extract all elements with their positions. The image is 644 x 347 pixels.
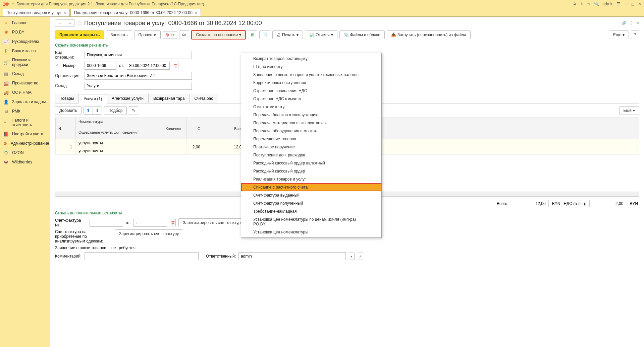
down-arrow-button[interactable]: ⬇ <box>93 107 102 114</box>
otchety-button[interactable]: 📊 Отчеты ▾ <box>305 30 337 39</box>
doc-tab[interactable]: Услуги (1) <box>78 94 107 103</box>
dropdown-item[interactable]: Передача материалов в эксплуатацию <box>241 119 381 127</box>
open-icon[interactable]: ↗ <box>357 253 363 260</box>
sidebar-item[interactable]: 📕Настройки учета <box>0 129 50 139</box>
provesti-zakryt-button[interactable]: Провести и закрыть <box>55 30 104 39</box>
sidebar-item[interactable]: 🏭Производство <box>0 78 50 88</box>
up-arrow-button[interactable]: ⬆ <box>84 107 93 114</box>
favorite-star[interactable]: ☆ <box>77 19 82 27</box>
close-icon[interactable]: ✕ <box>195 11 197 15</box>
sidebar-item[interactable]: 👤Зарплата и кадры <box>0 97 50 107</box>
maximize-icon[interactable]: ◻ <box>631 2 635 6</box>
minimize-icon[interactable]: — <box>624 2 628 6</box>
dropdown-item[interactable]: Требование-накладная <box>241 207 381 215</box>
dropdown-item[interactable]: Счет-фактура выданный <box>241 191 381 199</box>
sidebar-item[interactable]: ⚙Администрирование <box>0 139 50 148</box>
sidebar-item[interactable]: 🖥РМК <box>0 107 50 116</box>
link-icon[interactable]: 🔗 <box>622 21 627 25</box>
dropdown-item[interactable]: Отражение начисления НДС <box>241 87 381 95</box>
dropdown-item[interactable]: Передача оборудования в монтаж <box>241 127 381 135</box>
edit-icon-button[interactable]: ✎ <box>129 106 138 115</box>
tab-item[interactable]: Поступление товаров и услуг 0000-1666 от… <box>70 9 201 16</box>
podbor-button[interactable]: Подбор <box>104 106 127 115</box>
vid-operacii-input[interactable] <box>85 51 192 59</box>
kommentarij-input[interactable] <box>85 252 199 260</box>
doc-tab[interactable]: Возвратная тара <box>148 94 190 103</box>
sidebar-item[interactable]: 📈Руководителю <box>0 37 50 46</box>
provesti-button[interactable]: Провести <box>134 30 161 39</box>
history-icon[interactable]: ↻ <box>580 2 584 6</box>
doc-tab[interactable]: Агентские услуги <box>107 94 149 103</box>
help-button[interactable]: ? <box>631 30 639 39</box>
esche-sub-button[interactable]: Еще ▾ <box>619 106 639 115</box>
cell-s[interactable]: 2,00 <box>186 139 203 155</box>
sidebar-item[interactable]: 🛒Покупки и продажи <box>0 56 50 69</box>
cell-soderzhanie[interactable]: услуги почты <box>76 147 163 155</box>
close-icon[interactable]: ✕ <box>63 11 66 15</box>
sidebar-item[interactable]: ✱PO.BY <box>0 27 50 37</box>
dropdown-item[interactable]: Платежное поручение <box>241 143 381 151</box>
close-icon[interactable]: ✕ <box>638 2 641 6</box>
back-arrow[interactable]: ← <box>55 20 65 26</box>
skryt-rekvizity-link[interactable]: Скрыть основные реквизиты <box>55 43 109 48</box>
tab-item[interactable]: Поступление товаров и услуг ✕ <box>3 9 70 16</box>
pechat-button[interactable]: 🖨 Печать ▾ <box>272 30 303 39</box>
dropdown-item[interactable]: Счет-фактура полученный <box>241 199 381 207</box>
dropdown-item[interactable]: Корректировка поступления <box>241 79 381 87</box>
dropdown-item[interactable]: Поступление доп. расходов <box>241 151 381 159</box>
dropdown-item[interactable]: Установка цен номенклатуры <box>241 228 381 236</box>
menu-icon[interactable]: ☰ <box>617 2 621 6</box>
sozdat-na-osnovanii-button[interactable]: Создать на основании ▾ <box>191 30 246 40</box>
zagruzit-button[interactable]: 📥 Загрузить (перезаполнить) из файла <box>387 30 471 39</box>
chevron-down-icon[interactable]: ▾ <box>348 253 355 260</box>
sidebar-item[interactable]: WWildberries <box>0 157 50 167</box>
dropdown-item[interactable]: ГТД по импорту <box>241 63 381 71</box>
cell-n[interactable]: 1 <box>56 139 76 155</box>
cell-nomenklatura[interactable]: услуги почты <box>76 139 163 147</box>
dropdown-item[interactable]: Заявление о ввозе товаров и уплате косве… <box>241 71 381 79</box>
zareg-faktura2-button[interactable]: Зарегистрировать счет-фактуру <box>115 229 183 238</box>
cell-vsego[interactable]: 12,00 <box>203 139 247 155</box>
tree-icon-button[interactable]: 🗂 <box>179 30 189 39</box>
forward-arrow[interactable]: → <box>65 20 74 26</box>
dropdown-item[interactable]: Списание с расчетного счета <box>241 183 381 191</box>
skryt-dop-link[interactable]: Скрыть дополнительные реквизиты <box>55 211 122 215</box>
sidebar-item[interactable]: ᴬᵀНалоги и отчетность <box>0 116 50 129</box>
date-input[interactable] <box>127 62 170 70</box>
dropdown-item[interactable]: Расходный кассовый ордер валютный <box>241 159 381 167</box>
dropdown-item[interactable]: Возврат товаров поставщику <box>241 55 381 63</box>
dobavit-button[interactable]: Добавить <box>55 106 82 115</box>
schet-faktura-date[interactable] <box>133 219 167 227</box>
doc-tab[interactable]: Товары <box>55 94 79 103</box>
cell-kolichest[interactable] <box>163 139 186 155</box>
sklad-input[interactable] <box>85 82 192 90</box>
doc-tab[interactable]: Счета рас <box>189 94 218 103</box>
zareg-faktura-button[interactable]: Зарегистрировать счет-фактуру <box>178 218 247 227</box>
search-icon[interactable]: 🔍 <box>594 2 599 6</box>
dropdown-item[interactable]: Отчет комитенту <box>241 103 381 111</box>
hamburger-icon[interactable]: ≡ <box>11 2 14 6</box>
nomer-input[interactable] <box>85 62 116 70</box>
sidebar-item[interactable]: ≡Главное <box>0 18 50 27</box>
dropdown-item[interactable]: Установка цен номенклатуры по ценам изг-… <box>241 215 381 228</box>
sidebar-item[interactable]: ₽Банк и касса <box>0 46 50 56</box>
sidebar-item[interactable]: OOZON <box>0 148 50 157</box>
sidebar-item[interactable]: 🚚ОС и НМА <box>0 88 50 97</box>
otvetstvennyj-input[interactable] <box>238 252 346 260</box>
dropdown-item[interactable]: Перемещение товаров <box>241 135 381 143</box>
dtkt-icon-button[interactable]: ДтКт <box>163 31 177 39</box>
close-icon[interactable]: ✕ <box>636 21 639 25</box>
calendar-icon[interactable]: 📅 <box>172 62 178 69</box>
esche-button[interactable]: Еще ▾ <box>609 30 629 39</box>
dropdown-item[interactable]: Реализация товаров и услуг <box>241 175 381 183</box>
dropdown-item[interactable]: Отражение НДС к вычету <box>241 95 381 103</box>
excel-icon-button[interactable]: ⊞ <box>248 30 257 39</box>
zapisat-button[interactable]: Записать <box>106 30 132 39</box>
sidebar-item[interactable]: ▦Склад <box>0 69 50 78</box>
bell-icon[interactable]: 🕭 <box>573 2 577 6</box>
user-name[interactable]: admin <box>602 2 613 6</box>
dropdown-item[interactable]: Передача бланков в эксплуатацию <box>241 111 381 119</box>
sheet-icon-button[interactable]: 📄 <box>259 30 270 39</box>
star-icon[interactable]: ☆ <box>587 2 591 6</box>
calendar-icon[interactable]: 📅 <box>170 219 176 226</box>
